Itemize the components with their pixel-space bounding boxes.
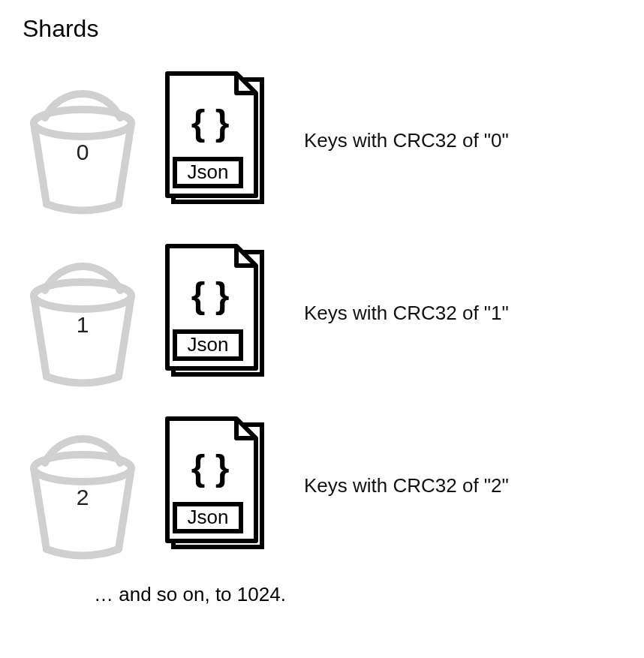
- bucket-icon: 2: [23, 410, 143, 560]
- bucket-icon: 0: [23, 65, 143, 215]
- svg-text:{ }: { }: [191, 103, 230, 143]
- json-badge-label: Json: [188, 506, 229, 528]
- bucket-number: 1: [77, 312, 89, 338]
- json-badge-label: Json: [188, 161, 229, 183]
- bucket-number: 0: [77, 140, 89, 165]
- shard-row: 2 { } Json Keys with CRC32 of "2": [23, 410, 621, 560]
- shard-description: Keys with CRC32 of "1": [293, 302, 509, 325]
- diagram-title: Shards: [23, 15, 621, 43]
- svg-text:{ }: { }: [191, 448, 230, 488]
- json-file-icon: { } Json: [161, 68, 274, 214]
- continuation-note: … and so on, to 1024.: [94, 583, 621, 606]
- shard-row: 1 { } Json Keys with CRC32 of "1": [23, 238, 621, 388]
- bucket-icon: 1: [23, 238, 143, 388]
- json-file-icon: { } Json: [161, 240, 274, 386]
- svg-point-0: [34, 110, 131, 137]
- json-file-icon: { } Json: [161, 413, 274, 559]
- svg-point-4: [34, 282, 131, 309]
- shard-description: Keys with CRC32 of "0": [293, 129, 509, 152]
- shard-description: Keys with CRC32 of "2": [293, 474, 509, 497]
- bucket-number: 2: [77, 485, 89, 510]
- svg-point-8: [34, 455, 131, 482]
- json-badge-label: Json: [188, 333, 229, 356]
- svg-text:{ }: { }: [191, 275, 230, 315]
- shard-row: 0 { } Json Keys with CRC32 of "0": [23, 65, 621, 215]
